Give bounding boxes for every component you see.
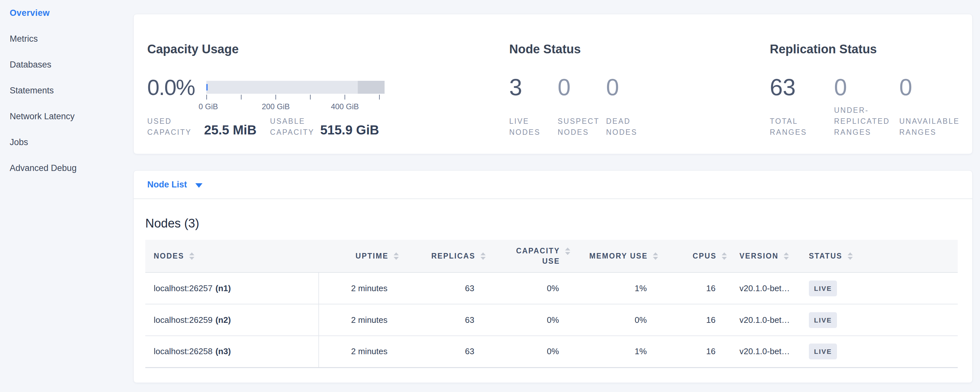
version-cell: v20.1.0-bet… — [727, 336, 801, 367]
sidebar-item-overview[interactable]: Overview — [0, 0, 134, 26]
column-header-memory-use[interactable]: MEMORY USE — [571, 240, 659, 272]
live-nodes-count: 3 — [509, 75, 558, 100]
sort-arrows-icon — [653, 252, 658, 260]
sidebar-item-advanced-debug[interactable]: Advanced Debug — [0, 155, 134, 181]
node-address: localhost:26258 — [154, 346, 212, 356]
sidebar-item-jobs[interactable]: Jobs — [0, 129, 134, 155]
capacity-gauge-track — [206, 81, 385, 94]
sort-arrows-icon — [480, 252, 486, 260]
dead-nodes-count: 0 — [606, 75, 770, 100]
live-nodes-label: LIVE NODES — [509, 116, 558, 138]
capacity-use-cell: 0% — [486, 336, 571, 367]
nodes-table: NODES UPTIME REPLICAS CAPACITYUSE MEMORY — [145, 240, 958, 368]
capacity-use-cell: 0% — [486, 272, 571, 304]
column-header-uptime[interactable]: UPTIME — [319, 240, 399, 272]
node-name: (n2) — [215, 315, 231, 325]
node-address-cell[interactable]: localhost:26258(n3) — [145, 336, 319, 367]
chevron-down-icon — [196, 183, 202, 188]
status-cell: LIVE — [801, 272, 958, 304]
node-list-dropdown[interactable]: Node List — [134, 171, 972, 199]
capacity-usage-title: Capacity Usage — [147, 43, 509, 56]
sidebar: Overview Metrics Databases Statements Ne… — [0, 0, 134, 392]
label-line: CAPACITY — [270, 127, 314, 138]
replication-status-section: Replication Status 63 0 0 TOTAL RANGES U… — [770, 43, 972, 138]
column-label: NODES — [154, 252, 184, 260]
axis-tick — [345, 95, 345, 100]
under-replicated-ranges-count: 0 — [834, 75, 899, 100]
cpus-cell: 16 — [659, 336, 727, 367]
used-capacity-value: 25.5 MiB — [204, 123, 256, 136]
axis-tick — [275, 95, 276, 100]
sort-arrows-icon — [565, 247, 570, 255]
status-badge: LIVE — [809, 280, 837, 296]
memory-use-cell: 0% — [571, 304, 659, 336]
axis-tick-label: 200 GiB — [262, 102, 290, 111]
sort-arrows-icon — [722, 252, 727, 260]
table-header-row: NODES UPTIME REPLICAS CAPACITYUSE MEMORY — [145, 240, 958, 272]
column-label: VERSION — [740, 252, 778, 260]
uptime-cell: 2 minutes — [319, 336, 399, 367]
label-line: TOTAL — [770, 116, 834, 127]
suspect-nodes-count: 0 — [558, 75, 606, 100]
column-header-capacity-use[interactable]: CAPACITYUSE — [486, 240, 571, 272]
label-line: USED — [147, 116, 198, 127]
column-header-cpus[interactable]: CPUS — [659, 240, 727, 272]
column-header-status[interactable]: STATUS — [801, 240, 958, 272]
column-header-version[interactable]: VERSION — [727, 240, 801, 272]
unavailable-ranges-count: 0 — [899, 75, 972, 100]
column-header-nodes[interactable]: NODES — [145, 240, 319, 272]
label-line: NODES — [606, 127, 770, 138]
replication-status-title: Replication Status — [770, 43, 972, 56]
replicas-cell: 63 — [399, 304, 486, 336]
node-address-cell[interactable]: localhost:26259(n2) — [145, 304, 319, 336]
sidebar-item-databases[interactable]: Databases — [0, 52, 134, 78]
node-address-cell[interactable]: localhost:26257(n1) — [145, 272, 319, 304]
under-replicated-ranges-label: UNDER- REPLICATED RANGES — [834, 105, 899, 138]
label-line: RANGES — [834, 127, 899, 138]
label-line: DEAD — [606, 116, 770, 127]
cpus-cell: 16 — [659, 304, 727, 336]
capacity-usage-section: Capacity Usage 0.0% 0 GiB — [147, 43, 509, 138]
node-list-card: Node List Nodes (3) NODES UPTIME — [134, 170, 972, 383]
replicas-cell: 63 — [399, 336, 486, 367]
version-cell: v20.1.0-bet… — [727, 304, 801, 336]
label-line: REPLICATED — [834, 116, 899, 127]
sort-arrows-icon — [784, 252, 789, 260]
axis-tick — [241, 95, 242, 100]
total-ranges-label: TOTAL RANGES — [770, 116, 834, 138]
label-line: CAPACITY — [147, 127, 198, 138]
column-label: MEMORY USE — [589, 252, 648, 260]
label-line: USABLE — [270, 116, 314, 127]
sidebar-item-statements[interactable]: Statements — [0, 78, 134, 104]
axis-tick — [379, 95, 380, 100]
memory-use-cell: 1% — [571, 272, 659, 304]
usable-capacity-label: USABLE CAPACITY — [270, 116, 314, 138]
suspect-nodes-label: SUSPECT NODES — [558, 116, 606, 138]
node-status-stats: 3 0 0 LIVE NODES SUSPECT NODES DEAD NODE… — [509, 75, 770, 138]
status-badge: LIVE — [809, 312, 837, 328]
table-row: localhost:26258(n3) 2 minutes 63 0% 1% 1… — [145, 336, 958, 367]
label-line: UNDER- — [834, 105, 899, 116]
node-name: (n1) — [215, 284, 231, 293]
capacity-gauge-row: 0.0% 0 GiB 200 GiB — [147, 75, 509, 100]
version-cell: v20.1.0-bet… — [727, 272, 801, 304]
label-line: NODES — [509, 127, 558, 138]
capacity-use-cell: 0% — [486, 304, 571, 336]
status-badge: LIVE — [809, 344, 837, 359]
uptime-cell: 2 minutes — [319, 304, 399, 336]
sort-arrows-icon — [189, 252, 194, 260]
node-status-title: Node Status — [509, 43, 770, 56]
capacity-percent: 0.0% — [147, 75, 206, 100]
status-cell: LIVE — [801, 304, 958, 336]
capacity-gauge: 0 GiB 200 GiB 400 GiB — [206, 81, 385, 94]
sidebar-item-network-latency[interactable]: Network Latency — [0, 104, 134, 129]
unavailable-ranges-label: UNAVAILABLE RANGES — [899, 116, 972, 138]
memory-use-cell: 1% — [571, 336, 659, 367]
sidebar-item-metrics[interactable]: Metrics — [0, 26, 134, 52]
column-header-replicas[interactable]: REPLICAS — [399, 240, 486, 272]
dead-nodes-label: DEAD NODES — [606, 116, 770, 138]
column-label: CAPACITYUSE — [516, 245, 560, 266]
label-line: UNAVAILABLE — [899, 116, 972, 127]
gauge-other-segment — [358, 81, 385, 94]
total-ranges-count: 63 — [770, 75, 834, 100]
